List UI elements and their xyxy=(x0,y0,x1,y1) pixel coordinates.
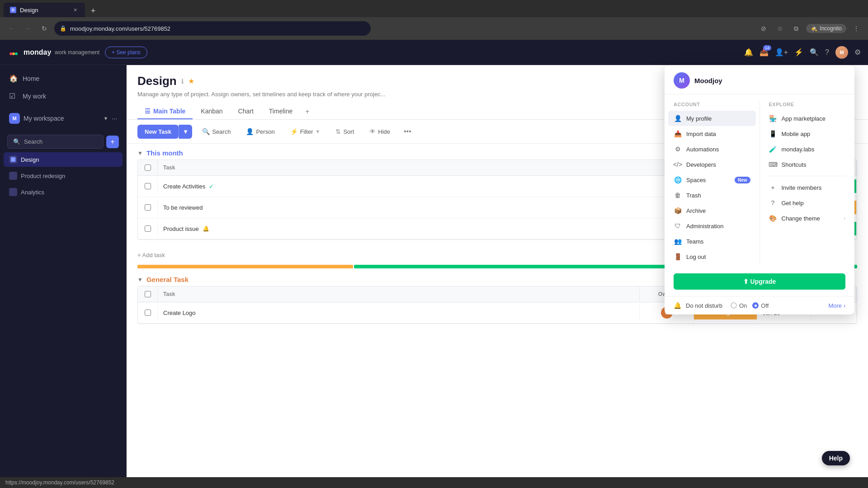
import-data-label: Import data xyxy=(686,131,716,137)
select-all-checkbox-2[interactable] xyxy=(145,291,151,297)
sidebar-my-work-label: My work xyxy=(23,93,46,100)
see-plans-button[interactable]: + See plans xyxy=(105,47,147,58)
sidebar-home-label: Home xyxy=(23,75,39,82)
radio-off-circle xyxy=(752,302,759,309)
monday-labs-label: monday.labs xyxy=(782,146,815,153)
sidebar-item-product-redesign[interactable]: Product redesign xyxy=(4,169,123,183)
toolbar-hide-action[interactable]: 👁 Hide xyxy=(364,125,396,138)
sidebar-item-analytics[interactable]: Analytics xyxy=(4,185,123,199)
search-header-icon[interactable]: 🔍 xyxy=(810,48,819,56)
invite-icon[interactable]: 👤+ xyxy=(775,48,788,56)
sidebar-item-my-work[interactable]: ☑ My work xyxy=(4,88,123,104)
row1-checkbox[interactable] xyxy=(145,183,151,189)
my-profile-icon: 👤 xyxy=(674,114,682,122)
dropdown-automations[interactable]: ⚙ Automations xyxy=(668,141,756,157)
dropdown-developers[interactable]: </> Developers xyxy=(668,157,756,172)
sidebar-search-box[interactable]: 🔍 Search xyxy=(7,135,104,149)
tab-close-button[interactable]: ✕ xyxy=(71,6,79,14)
toolbar-person-icon: 👤 xyxy=(246,128,254,135)
svg-rect-6 xyxy=(10,173,16,178)
sidebar-search-container: 🔍 Search + xyxy=(7,135,119,149)
svg-point-2 xyxy=(12,52,15,55)
dropdown-archive[interactable]: 📦 Archive xyxy=(668,203,756,218)
dropdown-explore-col: Explore 🏪 App marketplace 📱 Mobile app 🧪… xyxy=(760,102,855,264)
sidebar-item-design[interactable]: Design xyxy=(4,152,123,167)
toolbar-filter-action[interactable]: ⚡ Filter ▼ xyxy=(285,125,326,138)
explore-get-help[interactable]: ? Get help xyxy=(764,195,851,211)
info-icon[interactable]: ℹ xyxy=(181,78,184,85)
forward-button[interactable]: → xyxy=(22,22,34,35)
explore-mobile-app[interactable]: 📱 Mobile app xyxy=(764,126,851,141)
app-header: monday work management + See plans 🔔 📥 1… xyxy=(0,40,868,65)
tab-kanban[interactable]: Kanban xyxy=(193,104,230,119)
dropdown-administration[interactable]: 🛡 Administration xyxy=(668,218,756,234)
filter-chevron: ▼ xyxy=(316,129,321,134)
camera-icon[interactable]: ⊘ xyxy=(757,22,770,35)
star-icon[interactable]: ★ xyxy=(188,77,194,85)
my-profile-label: My profile xyxy=(686,115,712,122)
toolbar-sort-action[interactable]: ⇅ Sort xyxy=(330,125,359,138)
tab-timeline[interactable]: Timeline xyxy=(262,104,300,119)
help-header-icon[interactable]: ? xyxy=(825,48,829,56)
row3-checkbox[interactable] xyxy=(145,225,151,232)
explore-app-marketplace[interactable]: 🏪 App marketplace xyxy=(764,111,851,126)
workspace-chevron-icon: ▼ xyxy=(103,116,108,121)
dropdown-teams[interactable]: 👥 Teams xyxy=(668,234,756,249)
browser-menu-icon[interactable]: ⋮ xyxy=(850,22,863,35)
automations-icon: ⚙ xyxy=(674,145,682,153)
group-this-month-toggle[interactable]: ▼ xyxy=(137,150,143,156)
dropdown-import-data[interactable]: 📥 Import data xyxy=(668,126,756,141)
account-col-title: Account xyxy=(668,102,756,111)
back-button[interactable]: ← xyxy=(5,22,18,35)
select-all-checkbox[interactable] xyxy=(145,164,151,171)
user-avatar-header[interactable]: M xyxy=(835,46,848,59)
explore-invite-members[interactable]: + Invite members xyxy=(764,180,851,195)
working-status-more-link[interactable]: More › xyxy=(828,302,845,309)
group-general-toggle[interactable]: ▼ xyxy=(137,277,143,283)
toolbar-more-button[interactable]: ••• xyxy=(400,124,415,139)
upgrade-button[interactable]: ⬆ Upgrade xyxy=(674,273,845,290)
reload-button[interactable]: ↻ xyxy=(38,22,51,35)
sidebar-workspace[interactable]: M My workspace ▼ ··· xyxy=(4,109,123,127)
off-label: Off xyxy=(761,302,769,309)
explore-shortcuts[interactable]: ⌨ Shortcuts xyxy=(764,157,851,172)
toolbar-search-action[interactable]: 🔍 Search xyxy=(197,125,236,138)
sidebar-item-home[interactable]: 🏠 Home xyxy=(4,70,123,86)
main-table-icon: ☰ xyxy=(145,108,151,115)
group-general-title: General Task xyxy=(146,276,189,283)
dropdown-trash[interactable]: 🗑 Trash xyxy=(668,188,756,203)
bookmark-star-icon[interactable]: ☆ xyxy=(774,22,786,35)
address-bar[interactable]: 🔒 moodjoy.monday.com/users/52769852 xyxy=(54,21,371,36)
sidebar-add-button[interactable]: + xyxy=(106,136,119,148)
explore-monday-labs[interactable]: 🧪 monday.labs xyxy=(764,141,851,157)
help-button[interactable]: Help xyxy=(822,451,850,465)
dropdown-my-profile[interactable]: 👤 My profile xyxy=(668,111,756,126)
browser-toolbar: ← → ↻ 🔒 moodjoy.monday.com/users/5276985… xyxy=(0,17,868,40)
new-tab-button[interactable]: + xyxy=(87,5,99,17)
split-view-icon[interactable]: ⧉ xyxy=(790,22,802,35)
dropdown-spaces[interactable]: 🌐 Spaces New xyxy=(668,172,756,188)
new-task-dropdown-button[interactable]: ▼ xyxy=(179,125,192,139)
dropdown-log-out[interactable]: 🚪 Log out xyxy=(668,249,756,264)
new-task-button[interactable]: New Task xyxy=(137,125,179,139)
integrations-icon[interactable]: ⚡ xyxy=(794,48,803,56)
row4-checkbox[interactable] xyxy=(145,310,151,316)
svg-point-1 xyxy=(9,52,12,55)
tab-main-table[interactable]: ☰ Main Table xyxy=(137,104,193,119)
toolbar-sort-label: Sort xyxy=(343,128,354,135)
settings-header-icon[interactable]: ⚙ xyxy=(854,48,861,56)
tab-add-button[interactable]: + xyxy=(301,104,314,119)
notifications-icon[interactable]: 🔔 xyxy=(744,48,753,56)
radio-off[interactable]: Off xyxy=(752,302,769,309)
radio-on[interactable]: On xyxy=(731,302,747,309)
tab-chart[interactable]: Chart xyxy=(231,104,261,119)
inbox-icon[interactable]: 📥 14 xyxy=(760,48,769,56)
project-title: Design xyxy=(137,74,177,88)
toolbar-person-action[interactable]: 👤 Person xyxy=(241,125,280,138)
task-header: Task xyxy=(158,160,739,175)
active-tab[interactable]: D Design ✕ xyxy=(4,3,85,17)
explore-change-theme[interactable]: 🎨 Change theme › xyxy=(764,211,851,226)
incognito-badge[interactable]: 🕵 Incognito xyxy=(806,24,846,33)
row2-checkbox[interactable] xyxy=(145,204,151,211)
radio-on-circle xyxy=(731,302,737,309)
